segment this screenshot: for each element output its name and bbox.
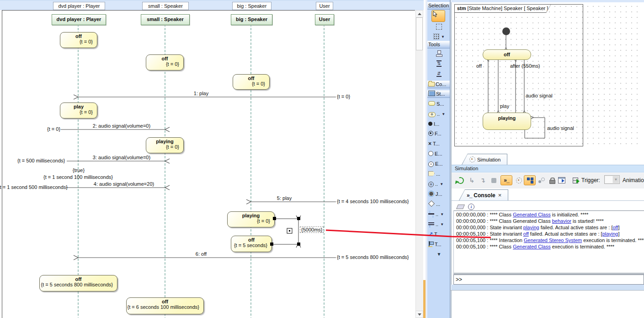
stm-initial-node[interactable] — [502, 27, 510, 35]
state-invariant[interactable]: off{t = 6 seconds 100 milliseconds} — [126, 297, 204, 314]
sequence-diagram-canvas[interactable] — [2, 10, 415, 318]
lifeline-head[interactable]: dvd player : Player — [52, 14, 106, 25]
palette-item-marquee[interactable] — [428, 23, 450, 31]
breakpoints-button[interactable] — [537, 175, 547, 185]
lifeline-head[interactable]: big : Speaker — [231, 14, 272, 25]
console-text: 00:00:05,100 : **** Class — [456, 244, 513, 249]
close-icon[interactable]: × — [498, 192, 502, 199]
palette-item-entry[interactable]: E... — [428, 150, 450, 158]
state-invariant[interactable]: off{t = 0} — [233, 74, 270, 90]
palette-item-transition[interactable]: ↗T... — [428, 230, 450, 238]
message-label[interactable]: 1: play — [194, 91, 208, 96]
duration-constraint-label[interactable]: {5000ms} — [300, 226, 324, 233]
message-label[interactable]: 3: audio signal(volume=0) — [93, 155, 150, 160]
console-tab[interactable]: »_ Console × — [459, 189, 508, 200]
lifeline-header-label[interactable]: dvd player : Player — [53, 2, 105, 10]
palette-item-fork[interactable]: ↓↓..▼ — [428, 210, 450, 218]
time-constraint-label[interactable]: {t = 500 milliseconds} — [17, 158, 65, 163]
stm-state[interactable]: playing — [483, 113, 531, 130]
palette-item-final[interactable]: F... — [428, 129, 450, 138]
lifeline-head[interactable]: small : Speaker — [141, 14, 190, 25]
state-invariant[interactable]: play{t = 0} — [60, 102, 97, 119]
palette-item-submachine[interactable]: ⊕..▼ — [428, 110, 450, 118]
palette-selection-arrow-button[interactable] — [431, 10, 445, 22]
palette-section-selection[interactable]: Selection — [427, 2, 450, 10]
scrollbar-thumb[interactable] — [416, 17, 423, 50]
message-label[interactable]: 6: off — [196, 251, 207, 257]
palette-item-choice[interactable]: ... — [428, 200, 450, 208]
message-label[interactable]: 4: audio signal(volume=20) — [94, 181, 154, 187]
palette-item-down[interactable]: ▼ — [428, 250, 450, 258]
lifeline-header-label[interactable]: big : Speaker — [232, 2, 271, 10]
console-link[interactable]: playing — [602, 231, 618, 237]
palette-item-initial[interactable]: I... — [428, 120, 450, 128]
state-invariant[interactable]: off{t = 5 seconds 800 milliseconds} — [39, 275, 117, 291]
console-output[interactable]: 00:00:00,000 : **** Class Generated Clas… — [453, 210, 644, 273]
state-invariant[interactable]: off{t = 0} — [146, 54, 184, 70]
canvas-vertical-scrollbar[interactable] — [415, 10, 423, 318]
console-link[interactable]: playing — [523, 225, 539, 230]
stm-state[interactable]: off — [483, 49, 531, 60]
simulation-tab[interactable]: Simulation — [462, 154, 507, 165]
state-invariant[interactable]: playing{t = 0} — [146, 137, 184, 153]
stop-button[interactable] — [489, 175, 499, 185]
console-link[interactable]: Generated Stereo System — [524, 237, 582, 243]
variables-tree-button[interactable] — [524, 175, 536, 185]
console-toggle-button[interactable]: »_ — [500, 175, 512, 185]
time-constraint-label[interactable]: {t = 0} — [337, 94, 350, 99]
stm-transition-label[interactable]: play — [500, 103, 509, 109]
console-link[interactable]: Generated Class — [513, 212, 551, 217]
constraint-annotation[interactable]: {t = 1 second 100 milliseconds} — [43, 174, 113, 180]
state-invariant[interactable]: playing{t = 0} — [227, 211, 275, 227]
palette-item-stamp[interactable] — [428, 49, 450, 58]
palette-section-co[interactable]: Co... — [427, 81, 450, 88]
stm-transition-label[interactable]: off — [476, 63, 482, 69]
palette-item-signal[interactable]: ... — [428, 170, 450, 178]
stm-transition-label[interactable]: audio signal — [526, 93, 553, 98]
palette-item-state[interactable]: S... — [428, 100, 450, 108]
console-link[interactable]: Generated Class — [513, 244, 551, 249]
palette-item-trigger[interactable]: T... — [428, 240, 450, 248]
time-constraint-label[interactable]: {t = 5 seconds 800 milliseconds} — [337, 254, 409, 260]
stm-transition-label[interactable]: after (550ms) — [510, 63, 540, 69]
palette-item-history[interactable]: ⊛..▼ — [428, 180, 450, 188]
palette-item-dist1[interactable]: ⇅ — [428, 59, 450, 68]
scroll-up-button[interactable] — [415, 10, 423, 17]
lock-button[interactable] — [547, 175, 557, 185]
lifeline-header-label[interactable]: small : Speaker — [142, 2, 189, 10]
time-constraint-label[interactable]: {t = 1 second 500 milliseconds} — [0, 184, 68, 190]
open-in-window-button[interactable] — [557, 175, 567, 185]
palette-item-terminate[interactable]: ×T... — [428, 140, 450, 148]
step-into-button[interactable]: ↳ — [467, 175, 477, 185]
simulation-panel-header: Simulation — [452, 165, 644, 172]
animation-target-button[interactable] — [514, 175, 524, 185]
console-input[interactable]: >> — [453, 275, 644, 285]
message-label[interactable]: 2: audio signal(volume=0) — [93, 123, 150, 129]
time-constraint-label[interactable]: {t = 4 seconds 100 milliseconds} — [337, 199, 409, 204]
console-link[interactable]: behavior — [552, 218, 571, 224]
palette-section-tools[interactable]: Tools — [427, 41, 450, 49]
trigger-dropdown[interactable]: ▼ — [604, 175, 620, 184]
message-label[interactable]: 5: play — [277, 195, 292, 201]
step-over-button[interactable]: ↴ — [478, 175, 488, 185]
palette-item-dist2[interactable]: ⇵ — [428, 70, 450, 78]
palette-item-joinbar[interactable]: ↕..▼ — [428, 220, 450, 228]
palette-section-st[interactable]: St... — [427, 90, 450, 98]
palette-item-grid[interactable]: ▼ — [428, 32, 450, 41]
time-constraint-label[interactable]: {t = 0} — [47, 126, 60, 132]
final-icon — [428, 131, 433, 137]
scroll-down-button[interactable] — [415, 311, 423, 318]
console-link[interactable]: off — [612, 225, 618, 230]
state-invariant[interactable]: off{t = 0} — [60, 32, 97, 48]
stm-transition-label[interactable]: audio signal — [547, 125, 574, 131]
state-invariant[interactable]: off{t = 5 seconds} — [231, 236, 272, 252]
lifeline-head[interactable]: User — [315, 14, 334, 25]
restart-simulation-button[interactable] — [455, 175, 465, 185]
lifeline-header-label[interactable]: User — [316, 2, 333, 10]
palette-item-join[interactable]: J... — [428, 190, 450, 198]
console-link[interactable]: off — [523, 231, 529, 237]
run-server-button[interactable] — [570, 175, 580, 185]
choice-icon — [428, 201, 435, 207]
palette-item-exit[interactable]: ×E... — [428, 160, 450, 168]
constraint-annotation[interactable]: {true} — [73, 167, 85, 173]
